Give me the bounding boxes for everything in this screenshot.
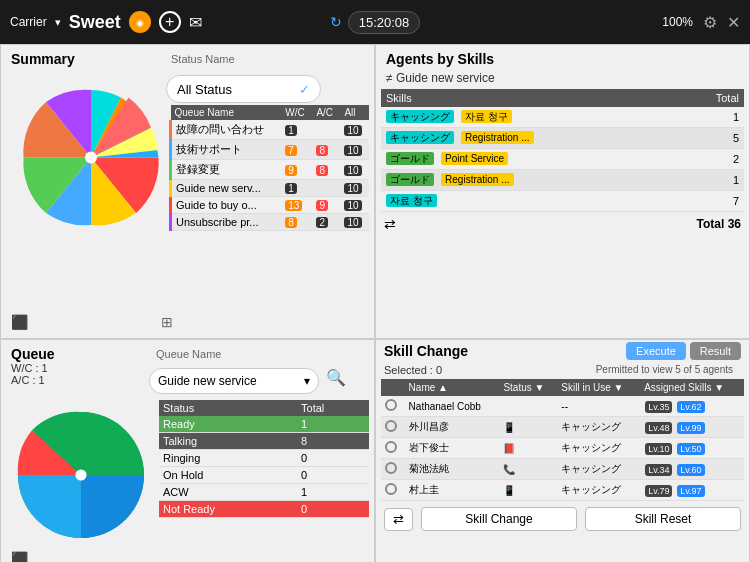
agents-skills-cell: キャッシング Registration ... [381,128,681,149]
queue-table-row: On Hold 0 [159,467,369,484]
camera-icon[interactable]: ⬛ [11,314,28,330]
agents-total-cell: 1 [681,107,744,128]
row-queue-name: 登録変更 [171,160,282,180]
col-all: All [340,105,369,120]
queue-status-cell: Not Ready [159,501,297,518]
radio-button[interactable] [385,420,397,432]
svg-text:◉: ◉ [136,18,144,28]
execute-button[interactable]: Execute [626,342,686,360]
queue-dropdown[interactable]: Guide new service ▾ [149,368,319,394]
mail-icon[interactable]: ✉ [189,13,202,32]
sa-radio-cell[interactable] [381,417,405,438]
sa-skill-use-cell: キャッシング [557,459,640,480]
radio-button[interactable] [385,462,397,474]
sa-radio-cell[interactable] [381,396,405,417]
row-queue-name: 技術サポート [171,140,282,160]
queue-status-cell: Ready [159,416,297,433]
sa-assigned-cell: Lv.48 Lv.99 [640,417,744,438]
row-queue-name: Guide to buy o... [171,197,282,214]
gear-icon[interactable]: ⚙ [703,13,717,32]
queue-panel: Queue W/C : 1 A/C : 1 Queue Name Guide n… [0,339,375,562]
queue-total-cell: 0 [297,450,369,467]
sa-name-cell: 村上圭 [405,480,500,501]
agents-skills-cell: 자료 청구 [381,191,681,212]
queue-status-cell: ACW [159,484,297,501]
summary-status-dropdown[interactable]: All Status ✓ [166,75,321,103]
row-ac [312,180,340,197]
lv2-badge: Lv.97 [677,485,704,497]
agents-footer: ⇄ Total 36 [376,212,749,236]
skill-change-button[interactable]: Skill Change [421,507,577,531]
summary-table-row: 故障の問い合わせ 1 10 [171,120,370,140]
sc-col-assigned: Assigned Skills ▼ [640,379,744,396]
lv1-badge: Lv.10 [645,443,672,455]
summary-panel: Summary Status Name All Status ✓ [0,44,375,339]
exec-result-btns: Execute Result [626,342,741,360]
permitted-text: Permitted to view 5 of 5 agents [588,364,741,377]
agents-total-cell: 2 [681,149,744,170]
row-queue-name: Guide new serv... [171,180,282,197]
agents-panel: Agents by Skills ≠ Guide new service Ski… [375,44,750,339]
sa-skill-use-cell: キャッシング [557,480,640,501]
svg-point-5 [75,469,86,480]
sc-col-name: Name ▲ [405,379,500,396]
row-ac [312,120,340,140]
skill-agent-row: 村上圭 📱 キャッシング Lv.79 Lv.97 [381,480,744,501]
queue-camera-icon[interactable]: ⬛ [11,551,28,562]
sa-status-cell: 📱 [499,480,557,501]
agents-table-row: キャッシング 자료 청구 1 [381,107,744,128]
agents-table-row: ゴールド Registration ... 1 [381,170,744,191]
sa-name-cell: 外川昌彦 [405,417,500,438]
sc-col-radio [381,379,405,396]
agents-total-cell: 1 [681,170,744,191]
sc-col-status: Status ▼ [499,379,557,396]
row-all: 10 [340,140,369,160]
sa-status-cell: 📞 [499,459,557,480]
sa-radio-cell[interactable] [381,480,405,501]
queue-table-row: Not Ready 0 [159,501,369,518]
result-button[interactable]: Result [690,342,741,360]
shuffle-button[interactable]: ⇄ [384,508,413,531]
row-all: 10 [340,180,369,197]
add-button[interactable]: + [159,11,181,33]
row-wc: 13 [281,197,312,214]
agents-shuffle-icon[interactable]: ⇄ [384,216,396,232]
sa-radio-cell[interactable] [381,438,405,459]
radio-button[interactable] [385,441,397,453]
col-ac: A/C [312,105,340,120]
radio-button[interactable] [385,399,397,411]
row-all: 10 [340,214,369,231]
lv2-badge: Lv.50 [677,443,704,455]
row-ac: 8 [312,160,340,180]
row-ac: 8 [312,140,340,160]
lv1-badge: Lv.79 [645,485,672,497]
row-wc: 9 [281,160,312,180]
sa-radio-cell[interactable] [381,459,405,480]
grid-icon[interactable]: ⊞ [161,314,173,330]
close-icon[interactable]: ✕ [727,13,740,32]
summary-table-row: 登録変更 9 8 10 [171,160,370,180]
search-icon[interactable]: 🔍 [326,368,346,387]
row-wc: 1 [281,180,312,197]
queue-col-status: Status [159,400,297,416]
skill-reset-button[interactable]: Skill Reset [585,507,741,531]
queue-total-cell: 0 [297,501,369,518]
row-all: 10 [340,160,369,180]
app-title: Sweet [69,12,121,33]
status-circle[interactable]: ◉ [129,11,151,33]
row-ac: 2 [312,214,340,231]
skill-agent-row: 岩下俊士 📕 キャッシング Lv.10 Lv.50 [381,438,744,459]
status-name-label: Status Name [171,53,235,65]
summary-table-row: Guide to buy o... 13 9 10 [171,197,370,214]
lv1-badge: Lv.35 [645,401,672,413]
row-all: 10 [340,120,369,140]
radio-button[interactable] [385,483,397,495]
agents-skills-cell: キャッシング 자료 청구 [381,107,681,128]
queue-table-row: Ringing 0 [159,450,369,467]
skill-change-panel: Skill Change Execute Result Selected : 0… [375,339,750,562]
refresh-icon[interactable]: ↻ [330,14,342,30]
dropdown-check-icon: ✓ [299,82,310,97]
agents-col-total: Total [681,89,744,107]
summary-table-row: Guide new serv... 1 10 [171,180,370,197]
queue-table-row: ACW 1 [159,484,369,501]
